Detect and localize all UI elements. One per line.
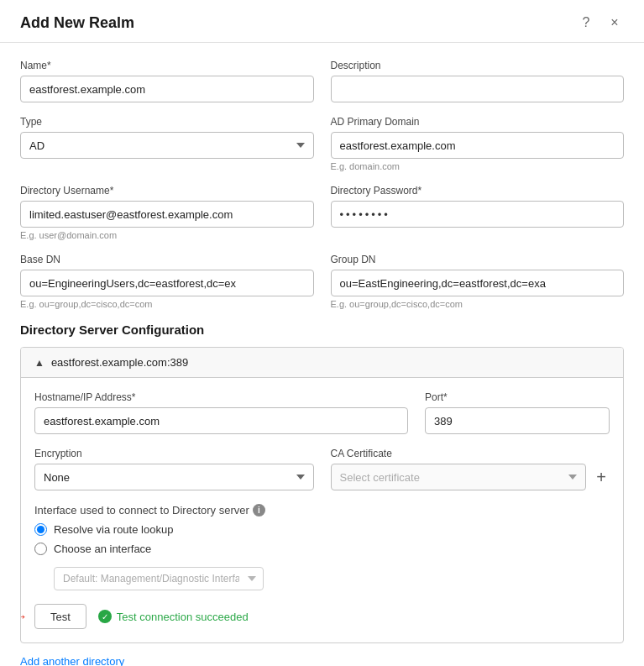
port-group: Port* (425, 391, 610, 434)
interface-select[interactable]: Default: Management/Diagnostic Interface (54, 567, 264, 590)
interface-label: Interface used to connect to Directory s… (34, 504, 249, 517)
collapse-icon: ▲ (34, 357, 45, 369)
ad-primary-domain-input[interactable] (331, 132, 625, 159)
test-row: Test ✓ Test connection succeeded 5→ (34, 604, 610, 629)
dialog-title: Add New Realm (20, 14, 134, 32)
test-success-text: Test connection succeeded (117, 611, 249, 623)
directory-username-hint: E.g. user@domain.com (20, 230, 314, 240)
server-config-box: ▲ eastforest.example.com:389 Hostname/IP… (20, 347, 624, 643)
radio-choose[interactable] (34, 543, 47, 555)
radio-choose-label[interactable]: Choose an interface (54, 543, 151, 555)
directory-username-input[interactable] (20, 201, 314, 228)
step5-indicator: 5→ (20, 605, 28, 628)
group-dn-group: Group DN E.g. ou=group,dc=cisco,dc=com (331, 254, 625, 309)
header-icons: ? × (577, 13, 624, 32)
info-icon[interactable]: i (253, 504, 265, 517)
ad-primary-domain-group: AD Primary Domain E.g. domain.com (331, 116, 625, 171)
description-input[interactable] (331, 76, 625, 102)
ca-cert-select[interactable]: Select certificate (331, 464, 587, 490)
hostname-port-row: Hostname/IP Address* Port* (34, 391, 610, 434)
server-entry-label: eastforest.example.com:389 (51, 356, 188, 369)
encryption-select[interactable]: None SSL STARTTLS (34, 464, 314, 490)
directory-username-label: Directory Username* (20, 185, 314, 197)
hostname-input[interactable] (34, 407, 408, 434)
name-label: Name* (20, 60, 314, 71)
add-directory-link[interactable]: Add another directory (20, 655, 124, 666)
directory-password-input[interactable] (331, 201, 625, 228)
base-dn-label: Base DN (20, 254, 314, 265)
port-input[interactable] (425, 407, 610, 434)
directory-password-group: Directory Password* (331, 185, 625, 240)
port-label: Port* (425, 391, 610, 403)
test-success-message: ✓ Test connection succeeded (98, 610, 249, 623)
group-dn-hint: E.g. ou=group,dc=cisco,dc=com (331, 299, 625, 309)
server-config-section-title: Directory Server Configuration (20, 323, 624, 337)
radio-resolve-label[interactable]: Resolve via route lookup (54, 523, 173, 536)
encryption-label: Encryption (34, 448, 314, 459)
type-label: Type (20, 116, 314, 128)
step5-arrow: → (20, 608, 28, 626)
encryption-ca-row: Encryption None SSL STARTTLS CA Certific… (34, 448, 610, 490)
group-dn-input[interactable] (331, 270, 625, 296)
interface-label-row: Interface used to connect to Directory s… (34, 504, 610, 517)
interface-select-row: Default: Management/Diagnostic Interface (54, 567, 610, 590)
success-icon: ✓ (98, 610, 112, 623)
interface-radio-group: Resolve via route lookup Choose an inter… (34, 523, 610, 590)
ad-primary-domain-label: AD Primary Domain (331, 116, 625, 128)
close-button[interactable]: × (605, 13, 624, 32)
ca-cert-group: CA Certificate Select certificate + (331, 448, 610, 490)
help-button[interactable]: ? (577, 13, 595, 32)
base-dn-input[interactable] (20, 270, 314, 296)
type-domain-row: Type AD LDAP AD Primary Domain E.g. doma… (20, 116, 624, 171)
dialog-body: Name* Description Type AD LDAP AD Primar… (0, 43, 644, 666)
add-cert-button[interactable]: + (593, 469, 610, 485)
type-group: Type AD LDAP (20, 116, 314, 171)
encryption-group: Encryption None SSL STARTTLS (34, 448, 314, 490)
ca-cert-row: Select certificate + (331, 464, 610, 490)
radio-resolve[interactable] (34, 523, 47, 536)
username-password-row: Directory Username* E.g. user@domain.com… (20, 185, 624, 240)
directory-password-label: Directory Password* (331, 185, 625, 197)
hostname-group: Hostname/IP Address* (34, 391, 408, 434)
hostname-label: Hostname/IP Address* (34, 391, 408, 403)
radio-resolve-item: Resolve via route lookup (34, 523, 610, 536)
description-label: Description (331, 60, 625, 71)
radio-choose-item: Choose an interface (34, 543, 610, 555)
group-dn-label: Group DN (331, 254, 625, 265)
server-config-header[interactable]: ▲ eastforest.example.com:389 (21, 348, 623, 378)
type-select[interactable]: AD LDAP (20, 132, 314, 159)
ca-cert-label: CA Certificate (331, 448, 610, 459)
ad-primary-domain-hint: E.g. domain.com (331, 161, 625, 171)
name-input[interactable] (20, 76, 314, 102)
directory-username-group: Directory Username* E.g. user@domain.com (20, 185, 314, 240)
server-config-body: Hostname/IP Address* Port* Encryption No… (21, 378, 623, 642)
test-button[interactable]: Test (34, 604, 86, 629)
base-dn-group: Base DN E.g. ou=group,dc=cisco,dc=com (20, 254, 314, 309)
dialog-header: Add New Realm ? × (0, 0, 644, 43)
dn-row: Base DN E.g. ou=group,dc=cisco,dc=com Gr… (20, 254, 624, 309)
base-dn-hint: E.g. ou=group,dc=cisco,dc=com (20, 299, 314, 309)
description-group: Description (331, 60, 625, 102)
name-description-row: Name* Description (20, 60, 624, 102)
add-new-realm-dialog: Add New Realm ? × Name* Description Type… (0, 0, 644, 666)
name-group: Name* (20, 60, 314, 102)
